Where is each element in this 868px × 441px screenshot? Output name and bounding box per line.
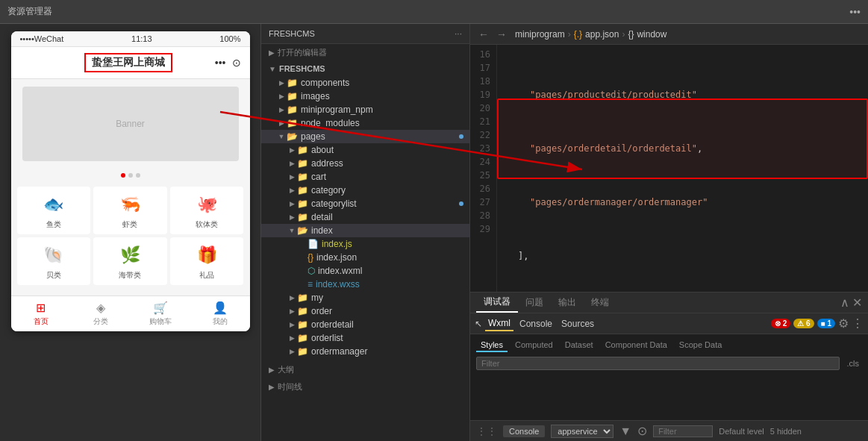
cat-fish: 🐟 鱼类 <box>17 187 91 234</box>
folder-label: images <box>301 91 330 101</box>
subtab-scope-data[interactable]: Scope Data <box>675 339 726 352</box>
folder-label: categorylist <box>311 198 357 209</box>
phone-nav-bar: 蛰堡王网上商城 ••• ⊙ <box>11 47 250 79</box>
folder-ordermanager[interactable]: ▶ 📁 ordermanager <box>261 345 469 358</box>
tab-output[interactable]: 输出 <box>551 293 584 312</box>
cls-button[interactable]: .cls <box>844 357 863 369</box>
more-icon[interactable]: ⋮ <box>852 316 864 331</box>
code-container: 16 17 18 19 20 21 22 23 24 25 26 27 28 2… <box>470 45 868 292</box>
tool-console[interactable]: Console <box>516 317 555 331</box>
console-level-label[interactable]: Default level <box>719 427 764 436</box>
cat-seaweed: 🌿 海带类 <box>93 237 167 285</box>
breadcrumb-file: miniprogram <box>515 29 565 40</box>
folder-node-modules[interactable]: ▶ 📁 node_modules <box>261 116 469 130</box>
folder-images[interactable]: ▶ 📁 images <box>261 90 469 103</box>
warning-badge: ⚠ 6 <box>793 319 814 328</box>
folder-label: orderdetail <box>311 319 354 330</box>
folder-category[interactable]: ▶ 📁 category <box>261 184 469 197</box>
folder-cart[interactable]: ▶ 📁 cart <box>261 170 469 184</box>
folder-arrow: ▶ <box>287 146 297 154</box>
subtab-computed[interactable]: Computed <box>511 339 558 352</box>
folder-arrow: ▼ <box>276 133 287 140</box>
console-service-select[interactable]: appservice <box>551 425 613 438</box>
filter-input[interactable] <box>476 357 840 370</box>
folder-arrow: ▼ <box>287 227 297 234</box>
outline-section[interactable]: ▶ 大纲 <box>261 361 469 378</box>
tab-terminal[interactable]: 终端 <box>584 293 616 312</box>
folder-icon: 📁 <box>297 145 308 155</box>
folder-detail[interactable]: ▶ 📁 detail <box>261 210 469 224</box>
folder-icon: 📁 <box>297 346 308 357</box>
breadcrumb-json: {.} <box>574 29 582 40</box>
devtools-toolbar: ↖ Wxml Console Sources ⊗ 2 ⚠ 6 ■ 1 ⚙ ⋮ <box>470 313 868 334</box>
folder-index[interactable]: ▼ 📂 index <box>261 224 469 237</box>
folder-icon: 📂 <box>287 131 298 142</box>
tab-home[interactable]: ⊞ 首页 <box>11 296 71 331</box>
folder-my[interactable]: ▶ 📁 my <box>261 291 469 304</box>
folder-icon: 📁 <box>287 104 298 115</box>
tab-cart[interactable]: 🛒 购物车 <box>131 296 190 331</box>
tab-problems[interactable]: 问题 <box>518 293 551 312</box>
forward-btn[interactable]: → <box>494 28 509 40</box>
console-label[interactable]: Console <box>503 425 545 437</box>
phone-nav-icons: ••• ⊙ <box>215 57 241 69</box>
file-index-js[interactable]: 📄 index.js <box>261 237 469 251</box>
file-index-json[interactable]: {} index.json <box>261 251 469 264</box>
subtab-dataset[interactable]: Dataset <box>561 339 598 352</box>
tab-debugger[interactable]: 调试器 <box>476 293 518 313</box>
folder-orderdetail[interactable]: ▶ 📁 orderdetail <box>261 318 469 331</box>
info-badge: ■ 1 <box>817 319 835 328</box>
file-label: index.wxss <box>316 279 360 290</box>
file-index-wxss[interactable]: ≡ index.wxss <box>261 278 469 291</box>
folder-about[interactable]: ▶ 📁 about <box>261 143 469 157</box>
folder-categorylist[interactable]: ▶ 📁 categorylist <box>261 197 469 210</box>
cursor-icon[interactable]: ↖ <box>475 319 482 329</box>
wxml-icon: ⬡ <box>307 266 315 276</box>
open-editors-arrow: ▶ <box>269 49 275 57</box>
expand-icon[interactable]: ∧ <box>840 295 849 310</box>
tool-wxml[interactable]: Wxml <box>485 316 513 331</box>
timeline-section[interactable]: ▶ 时间线 <box>261 378 469 395</box>
folder-icon: 📁 <box>297 158 308 169</box>
explorer-icons: ··· <box>455 28 462 39</box>
explorer-title: FRESHCMS <box>269 29 315 38</box>
mp-toolbar-more[interactable]: ••• <box>849 6 861 18</box>
line-numbers: 16 17 18 19 20 21 22 23 24 25 26 27 28 2… <box>470 45 497 292</box>
error-badge: ⊗ 2 <box>771 319 790 328</box>
right-panel: ← → miniprogram › {.} app.json › {} wind… <box>470 24 868 441</box>
folder-label: about <box>311 145 334 155</box>
explorer-header: FRESHCMS ··· <box>261 24 469 44</box>
console-bar: ⋮⋮ Console appservice ▼ ⊙ Default level … <box>470 420 868 441</box>
folder-arrow: ▶ <box>287 173 297 181</box>
folder-components[interactable]: ▶ 📁 components <box>261 76 469 90</box>
folder-arrow: ▶ <box>287 348 297 355</box>
folder-icon: 📁 <box>297 293 308 303</box>
file-index-wxml[interactable]: ⬡ index.wxml <box>261 264 469 278</box>
breadcrumb-section: window <box>637 29 666 40</box>
settings-icon[interactable]: ⚙ <box>838 316 849 331</box>
mp-toolbar-label: 资源管理器 <box>7 5 52 18</box>
tab-mine[interactable]: 👤 我的 <box>190 296 250 331</box>
close-icon[interactable]: ✕ <box>852 295 862 310</box>
tab-category[interactable]: ◈ 分类 <box>71 296 131 331</box>
editor-tabs-bar: ← → miniprogram › {.} app.json › {} wind… <box>470 24 868 45</box>
cat-gift: 🎁 礼品 <box>170 237 244 285</box>
folder-pages[interactable]: ▼ 📂 pages <box>261 130 469 143</box>
open-editors-section[interactable]: ▶ 打开的编辑器 <box>261 44 469 61</box>
phone-banner-dots <box>121 173 140 178</box>
console-filter-input[interactable] <box>653 425 713 437</box>
devtools-badges: ⊗ 2 ⚠ 6 ■ 1 ⚙ ⋮ <box>771 316 864 331</box>
subtab-component-data[interactable]: Component Data <box>601 339 672 352</box>
folder-miniprogram-npm[interactable]: ▶ 📁 miniprogram_npm <box>261 103 469 116</box>
folder-arrow: ▶ <box>287 307 297 315</box>
folder-order[interactable]: ▶ 📁 order <box>261 304 469 318</box>
folder-orderlist[interactable]: ▶ 📁 orderlist <box>261 331 469 345</box>
tool-sources[interactable]: Sources <box>558 317 597 331</box>
folder-address[interactable]: ▶ 📁 address <box>261 157 469 170</box>
project-root[interactable]: ▼ FRESHCMS <box>261 61 469 76</box>
folder-label: ordermanager <box>311 346 367 357</box>
console-arrow: ▼ <box>619 425 631 438</box>
subtab-styles[interactable]: Styles <box>476 339 508 352</box>
root-arrow: ▼ <box>269 65 276 73</box>
back-btn[interactable]: ← <box>476 28 491 40</box>
